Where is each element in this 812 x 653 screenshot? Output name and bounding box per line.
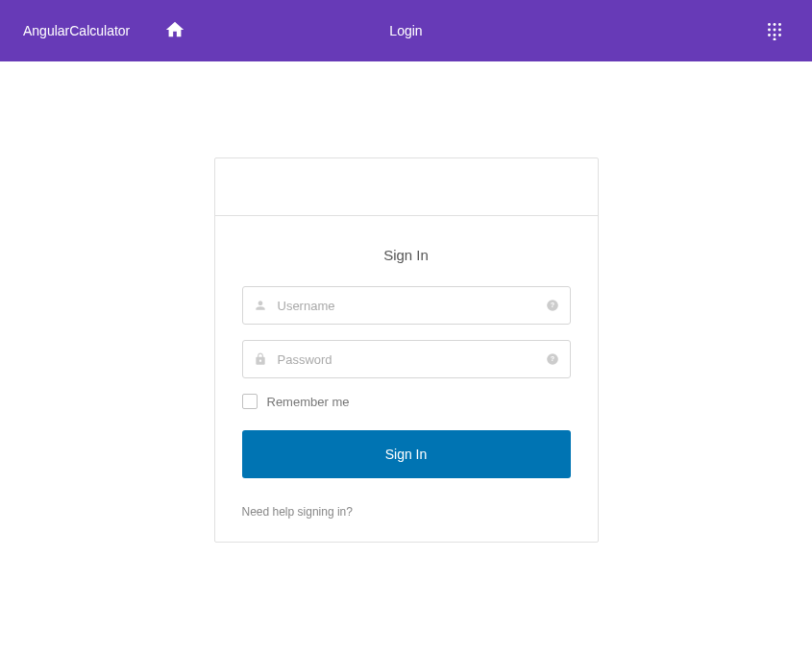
svg-point-9 <box>774 37 776 39</box>
svg-point-7 <box>774 34 776 36</box>
user-icon <box>254 299 267 312</box>
card-header <box>215 158 598 216</box>
svg-point-3 <box>768 28 771 31</box>
login-page-label: Login <box>389 23 422 38</box>
help-signing-in-link[interactable]: Need help signing in? <box>242 505 571 519</box>
password-group: ? <box>242 340 571 378</box>
signin-button[interactable]: Sign In <box>242 430 571 478</box>
svg-point-8 <box>778 34 781 36</box>
app-title: AngularCalculator <box>23 23 130 38</box>
login-card: Sign In ? <box>214 157 599 543</box>
svg-text:?: ? <box>550 355 554 362</box>
dialpad-icon <box>764 19 785 43</box>
username-input[interactable] <box>242 286 571 325</box>
svg-point-6 <box>768 34 771 36</box>
svg-point-2 <box>778 23 781 26</box>
svg-text:?: ? <box>550 302 554 308</box>
remember-me-label: Remember me <box>267 395 350 409</box>
dialpad-button[interactable] <box>760 15 789 47</box>
remember-me-row: Remember me <box>242 394 571 409</box>
lock-icon <box>254 352 267 366</box>
header-left: AngularCalculator <box>23 15 189 47</box>
home-icon <box>164 19 185 43</box>
app-header: AngularCalculator Login <box>0 0 812 61</box>
svg-point-0 <box>768 23 771 26</box>
username-group: ? <box>242 286 571 325</box>
main-content: Sign In ? <box>0 61 812 543</box>
signin-title: Sign In <box>242 247 571 263</box>
home-button[interactable] <box>160 15 189 47</box>
svg-point-5 <box>778 28 781 31</box>
svg-point-4 <box>774 28 776 31</box>
username-help-icon[interactable]: ? <box>546 299 559 312</box>
card-body: Sign In ? <box>215 216 598 542</box>
password-input[interactable] <box>242 340 571 378</box>
svg-point-1 <box>774 23 776 26</box>
password-help-icon[interactable]: ? <box>546 352 559 366</box>
header-center: Login <box>389 22 422 39</box>
remember-me-checkbox[interactable] <box>242 394 258 409</box>
